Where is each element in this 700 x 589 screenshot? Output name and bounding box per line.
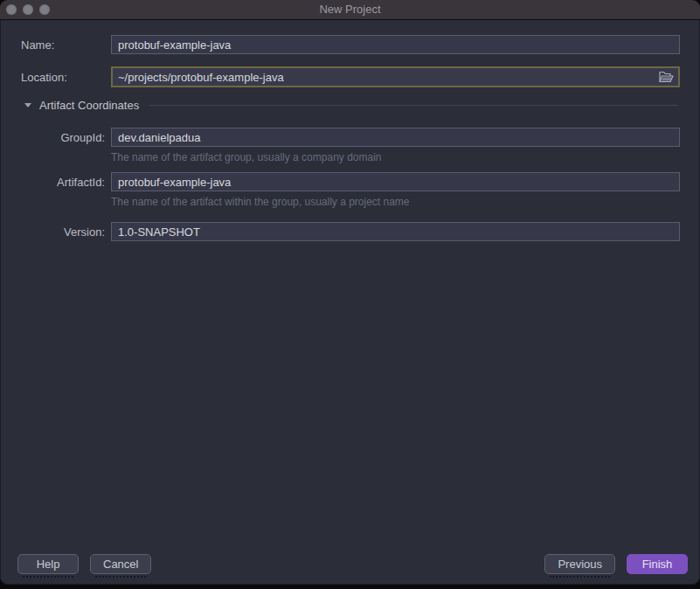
- name-label: Name:: [21, 38, 105, 52]
- name-input[interactable]: [111, 35, 680, 54]
- cancel-button[interactable]: Cancel: [90, 554, 151, 574]
- location-label: Location:: [21, 71, 105, 84]
- groupid-label: GroupId:: [21, 131, 105, 144]
- version-label: Version:: [21, 225, 105, 239]
- window-title: New Project: [0, 0, 700, 19]
- folder-open-icon: [659, 71, 674, 83]
- help-button[interactable]: Help: [17, 554, 79, 574]
- name-row: Name:: [0, 35, 700, 54]
- section-separator: [149, 105, 678, 106]
- artifact-coordinates-section-toggle[interactable]: Artifact Coordinates: [0, 98, 700, 112]
- artifactid-input[interactable]: [111, 172, 680, 191]
- location-row: Location:: [0, 66, 700, 87]
- titlebar[interactable]: New Project: [0, 0, 700, 20]
- new-project-dialog: New Project Name: Location: Artifact C: [0, 0, 700, 585]
- version-row: Version:: [0, 222, 700, 241]
- browse-folder-button[interactable]: [654, 69, 678, 85]
- artifactid-label: ArtifactId:: [21, 176, 105, 189]
- location-field-wrapper: [111, 66, 680, 87]
- finish-button[interactable]: Finish: [627, 554, 688, 574]
- triangle-down-icon: [24, 103, 31, 107]
- groupid-row: GroupId:: [0, 128, 700, 147]
- previous-button[interactable]: Previous: [544, 554, 615, 574]
- version-input[interactable]: [111, 222, 680, 241]
- dialog-footer: Help Cancel Previous Finish: [0, 554, 700, 585]
- artifactid-hint: The name of the artifact within the grou…: [0, 196, 700, 208]
- location-input[interactable]: [113, 69, 654, 85]
- artifact-coordinates-label: Artifact Coordinates: [39, 99, 139, 112]
- groupid-input[interactable]: [111, 128, 680, 147]
- artifactid-row: ArtifactId:: [0, 172, 700, 191]
- groupid-hint: The name of the artifact group, usually …: [0, 151, 700, 163]
